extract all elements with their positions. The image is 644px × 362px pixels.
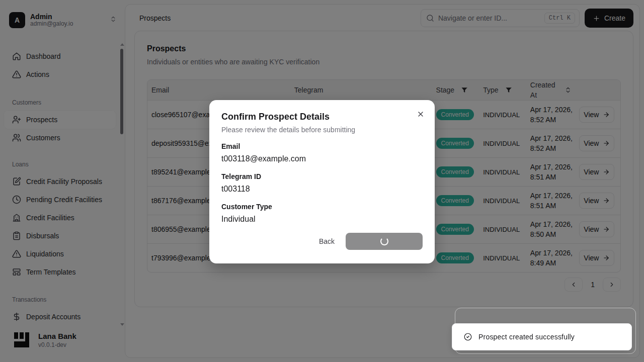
success-toast[interactable]: Prospect created successfully	[452, 323, 632, 350]
telegram-id-value: t003118	[221, 184, 423, 194]
customer-type-value: Individual	[221, 214, 423, 224]
toast-message: Prospect created successfully	[478, 333, 575, 341]
close-button[interactable]	[415, 108, 427, 120]
loading-spinner-icon	[380, 237, 388, 245]
dialog-subtitle: Please review the details before submitt…	[221, 126, 423, 134]
confirm-submit-button-loading[interactable]	[346, 233, 423, 250]
back-button[interactable]: Back	[312, 233, 342, 249]
check-circle-icon	[463, 332, 472, 341]
dialog-title: Confirm Prospect Details	[221, 111, 423, 122]
customer-type-label: Customer Type	[221, 203, 423, 211]
email-label: Email	[221, 142, 423, 150]
email-value: t003118@example.com	[221, 153, 423, 164]
telegram-id-label: Telegram ID	[221, 172, 423, 180]
close-icon	[417, 110, 425, 118]
confirm-prospect-dialog: Confirm Prospect Details Please review t…	[209, 100, 435, 263]
